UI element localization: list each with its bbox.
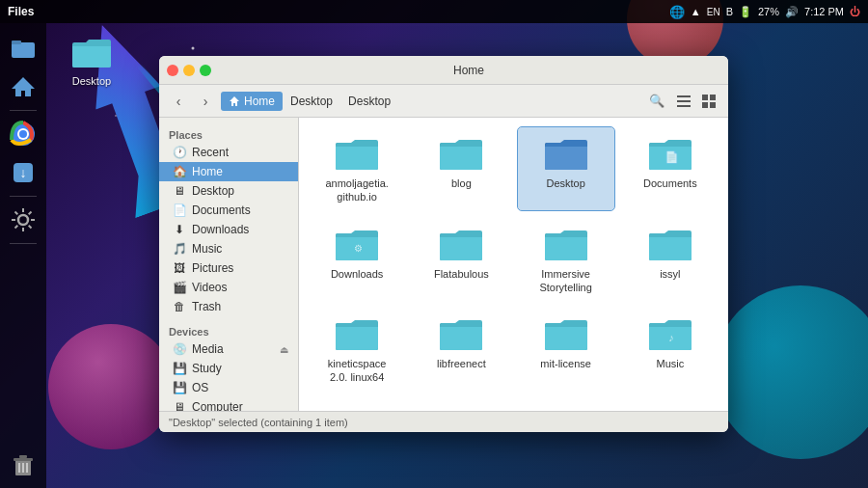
file-manager-window: Home ‹ › Home Desktop Desktop 🔍 Places — [159, 56, 728, 432]
file-item[interactable]: ⚙ Downloads — [309, 218, 405, 301]
file-grid: anmoljagetia. github.io blog Desktop 📄 D… — [309, 127, 719, 411]
svg-rect-31 — [710, 102, 716, 108]
svg-text:♪: ♪ — [668, 332, 674, 343]
forward-button[interactable]: › — [194, 90, 217, 113]
file-icon — [647, 224, 693, 264]
desktop-sidebar-icon: 🖥 — [173, 184, 186, 198]
file-icon — [543, 313, 589, 354]
study-icon: 💾 — [173, 362, 186, 375]
file-item[interactable]: Pictures — [518, 398, 614, 411]
file-name: Downloads — [331, 267, 383, 281]
file-item[interactable]: kineticspace 2.0. linux64 — [309, 308, 405, 391]
computer-icon: 🖥 — [173, 400, 186, 411]
file-icon — [334, 133, 380, 174]
file-item[interactable]: Flatabulous — [413, 218, 509, 301]
dock-files[interactable] — [6, 31, 41, 66]
breadcrumb-home[interactable]: Home — [221, 92, 283, 111]
bluetooth-icon: B — [726, 6, 733, 17]
bg-planet3 — [48, 324, 174, 449]
svg-rect-26 — [677, 100, 691, 102]
sidebar-item-documents[interactable]: 📄 Documents — [159, 201, 298, 220]
sidebar-item-pictures[interactable]: 🖼 Pictures — [159, 258, 298, 278]
breadcrumb-desktop2[interactable]: Desktop — [340, 92, 398, 111]
file-item[interactable]: Public — [622, 398, 719, 411]
window-close-button[interactable] — [167, 65, 178, 76]
file-item[interactable]: PHP-FB tutorial — [413, 398, 509, 411]
file-name: Desktop — [546, 176, 584, 190]
dock-download[interactable]: ↓ — [6, 155, 41, 190]
battery-icon: 🔋 — [739, 6, 752, 18]
time-display: 7:12 PM — [804, 6, 844, 17]
sidebar-item-music[interactable]: 🎵 Music — [159, 239, 298, 258]
file-item[interactable]: ♪ Music — [622, 308, 719, 391]
file-item[interactable]: Desktop — [518, 127, 614, 210]
svg-point-14 — [19, 130, 27, 138]
dock-trash[interactable] — [6, 447, 41, 482]
file-item[interactable]: anmoljagetia. github.io — [309, 127, 405, 210]
breadcrumb-desktop1[interactable]: Desktop — [283, 92, 340, 111]
sidebar-item-home[interactable]: 🏠 Home — [159, 162, 298, 181]
window-maximize-button[interactable] — [200, 65, 211, 76]
file-name: Immersive Storytelling — [528, 267, 605, 295]
back-button[interactable]: ‹ — [167, 90, 190, 113]
file-item[interactable]: blog — [413, 127, 509, 210]
file-icon — [438, 133, 484, 174]
sidebar-item-study[interactable]: 💾 Study — [159, 359, 298, 378]
toolbar: ‹ › Home Desktop Desktop 🔍 — [159, 85, 728, 118]
svg-marker-11 — [12, 77, 35, 96]
file-item[interactable]: mit-license — [518, 308, 614, 391]
dock-settings[interactable] — [6, 203, 41, 237]
toolbar-right — [672, 90, 720, 113]
sidebar: Places 🕐 Recent 🏠 Home 🖥 Desktop 📄 Docum… — [159, 118, 299, 411]
recent-icon: 🕐 — [173, 146, 186, 159]
sidebar-section-places: Places — [159, 125, 298, 143]
sidebar-item-os[interactable]: 💾 OS — [159, 378, 298, 397]
window-minimize-button[interactable] — [183, 65, 195, 76]
file-item[interactable]: issyl — [622, 218, 719, 301]
dock-separator-3 — [10, 243, 37, 244]
sidebar-item-desktop[interactable]: 🖥 Desktop — [159, 181, 298, 201]
file-icon — [543, 404, 589, 411]
taskbar-left: Files — [8, 5, 34, 18]
svg-rect-19 — [14, 458, 33, 461]
sidebar-item-downloads[interactable]: ⬇ Downloads — [159, 220, 298, 239]
svg-marker-24 — [230, 96, 239, 106]
svg-text:⚙: ⚙ — [354, 243, 363, 254]
file-area[interactable]: anmoljagetia. github.io blog Desktop 📄 D… — [299, 118, 728, 411]
file-icon — [543, 133, 589, 174]
grid-view-button[interactable] — [697, 90, 720, 113]
sidebar-item-media[interactable]: 💿 Media ⏏ — [159, 339, 298, 359]
file-item[interactable]: libfreenect — [413, 308, 509, 391]
file-name: Flatabulous — [434, 267, 489, 281]
dock-separator-2 — [10, 196, 37, 197]
file-item[interactable]: Immersive Storytelling — [518, 218, 614, 301]
file-icon — [334, 313, 380, 354]
window-buttons — [167, 65, 211, 76]
dock-home[interactable] — [6, 69, 41, 104]
sidebar-item-videos[interactable]: 🎬 Videos — [159, 278, 298, 297]
power-icon: ⏻ — [850, 6, 860, 17]
main-content: Places 🕐 Recent 🏠 Home 🖥 Desktop 📄 Docum… — [159, 118, 728, 411]
file-name: Documents — [643, 176, 697, 190]
battery-percent: 27% — [758, 6, 779, 17]
sidebar-item-computer[interactable]: 🖥 Computer — [159, 397, 298, 411]
file-name: blog — [451, 176, 472, 190]
dock-chrome[interactable] — [6, 117, 41, 151]
dock: ↓ — [0, 23, 46, 488]
list-view-button[interactable] — [672, 90, 695, 113]
sidebar-item-trash[interactable]: 🗑 Trash — [159, 297, 298, 316]
desktop-icon-desktop[interactable]: Desktop — [58, 29, 125, 91]
file-icon — [438, 404, 484, 411]
search-button[interactable]: 🔍 — [645, 90, 668, 113]
file-item[interactable]: node_modules — [309, 398, 405, 411]
bg-planet2 — [714, 285, 868, 459]
volume-icon: 🔊 — [785, 6, 799, 18]
eject-icon: ⏏ — [280, 344, 288, 355]
svg-point-7 — [115, 115, 117, 117]
file-item[interactable]: 📄 Documents — [622, 127, 719, 210]
svg-rect-27 — [677, 105, 691, 107]
file-name: issyl — [660, 267, 680, 281]
sidebar-item-recent[interactable]: 🕐 Recent — [159, 143, 298, 162]
downloads-icon: ⬇ — [173, 223, 186, 236]
os-icon: 💾 — [173, 381, 186, 394]
